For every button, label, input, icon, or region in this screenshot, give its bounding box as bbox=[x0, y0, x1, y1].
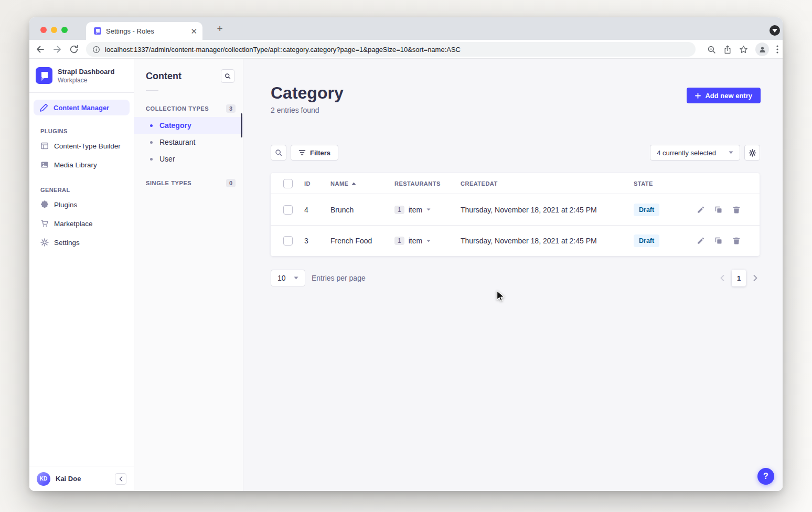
browser-profile-avatar[interactable] bbox=[755, 42, 769, 56]
close-window-button[interactable] bbox=[40, 27, 47, 33]
gear-icon bbox=[749, 149, 756, 157]
site-info-icon[interactable] bbox=[92, 46, 100, 54]
sidebar-item-settings[interactable]: Settings bbox=[29, 233, 134, 252]
layout-icon bbox=[40, 142, 49, 150]
forward-button[interactable] bbox=[52, 44, 62, 55]
reload-button[interactable] bbox=[69, 44, 79, 55]
column-header-name[interactable]: NAME bbox=[330, 180, 394, 187]
workspace-name: Workplace bbox=[58, 77, 114, 84]
sidebar-section-general: GENERAL bbox=[40, 187, 134, 193]
caret-down-icon bbox=[294, 276, 298, 280]
caret-down-icon bbox=[729, 151, 733, 154]
relation-count-badge: 1 bbox=[394, 237, 404, 245]
strapi-favicon-icon bbox=[93, 27, 102, 35]
subnav-title: Content bbox=[146, 71, 181, 82]
column-header-state[interactable]: STATE bbox=[634, 180, 697, 187]
new-tab-button[interactable]: + bbox=[214, 23, 226, 35]
cell-createdat: Thursday, November 18, 2021 at 2:45 PM bbox=[461, 206, 634, 214]
close-tab-icon[interactable]: ✕ bbox=[190, 27, 197, 35]
extension-indicator-icon[interactable] bbox=[770, 25, 780, 36]
add-new-entry-label: Add new entry bbox=[705, 92, 752, 100]
duplicate-icon[interactable] bbox=[714, 237, 723, 245]
table-header-row: ID NAME RESTAURANTS CREATEDAT STATE bbox=[271, 173, 760, 194]
help-button[interactable]: ? bbox=[757, 468, 774, 485]
row-checkbox[interactable] bbox=[283, 205, 293, 215]
subnav-scrollbar[interactable] bbox=[241, 113, 242, 137]
workspace-switcher[interactable]: Strapi Dashboard Workplace bbox=[29, 59, 134, 92]
strapi-logo-icon bbox=[36, 67, 52, 84]
subnav-item-user[interactable]: User bbox=[134, 151, 243, 167]
browser-window: Settings - Roles ✕ + localhost:1337/admi… bbox=[29, 17, 783, 491]
sidebar-item-media-library[interactable]: Media Library bbox=[29, 155, 134, 174]
collapse-sidebar-button[interactable] bbox=[115, 473, 126, 485]
next-page-icon[interactable] bbox=[753, 275, 757, 281]
column-header-createdat[interactable]: CREATEDAT bbox=[461, 180, 634, 187]
url-text: localhost:1337/admin/content-manager/col… bbox=[105, 46, 461, 54]
fields-selected-value: 4 currently selected bbox=[657, 149, 716, 157]
sidebar-item-plugins[interactable]: Plugins bbox=[29, 195, 134, 214]
user-profile-row[interactable]: KD Kai Doe bbox=[29, 466, 134, 491]
question-mark-icon: ? bbox=[763, 472, 768, 481]
minimize-window-button[interactable] bbox=[51, 27, 57, 33]
collection-types-label: COLLECTION TYPES bbox=[146, 105, 209, 112]
sidebar-item-marketplace[interactable]: Marketplace bbox=[29, 214, 134, 233]
subnav-item-label: Restaurant bbox=[159, 138, 195, 146]
filter-icon bbox=[298, 150, 306, 156]
column-header-id[interactable]: ID bbox=[304, 180, 330, 187]
search-entries-button[interactable] bbox=[271, 145, 286, 161]
relation-count-badge: 1 bbox=[394, 206, 404, 214]
cart-icon bbox=[40, 219, 49, 228]
view-settings-button[interactable] bbox=[744, 145, 760, 161]
single-types-count: 0 bbox=[226, 179, 236, 187]
row-checkbox[interactable] bbox=[283, 236, 293, 246]
bullet-icon bbox=[150, 141, 153, 144]
cell-restaurants[interactable]: 1 item bbox=[394, 237, 461, 245]
caret-down-icon bbox=[426, 240, 431, 242]
user-avatar: KD bbox=[37, 472, 50, 486]
delete-icon[interactable] bbox=[732, 206, 741, 214]
filters-button[interactable]: Filters bbox=[291, 145, 338, 161]
table-row[interactable]: 3 French Food 1 item Thursday, November … bbox=[271, 225, 760, 256]
subnav-item-restaurant[interactable]: Restaurant bbox=[134, 134, 243, 151]
fullscreen-window-button[interactable] bbox=[61, 27, 68, 33]
page-number-button[interactable]: 1 bbox=[732, 270, 746, 286]
sidebar-item-label: Content Manager bbox=[54, 104, 109, 112]
browser-menu-icon[interactable] bbox=[776, 45, 778, 54]
sidebar-item-label: Media Library bbox=[54, 161, 97, 169]
zoom-page-icon[interactable] bbox=[707, 45, 716, 54]
share-icon[interactable] bbox=[723, 45, 732, 54]
subnav-item-category[interactable]: Category bbox=[134, 117, 243, 134]
back-button[interactable] bbox=[35, 44, 46, 55]
delete-icon[interactable] bbox=[732, 237, 741, 245]
traffic-lights bbox=[40, 27, 68, 33]
sidebar-item-content-manager[interactable]: Content Manager bbox=[34, 100, 130, 115]
page-size-dropdown[interactable]: 10 bbox=[271, 270, 305, 286]
edit-icon[interactable] bbox=[697, 206, 705, 214]
browser-tab[interactable]: Settings - Roles ✕ bbox=[86, 22, 202, 40]
pen-icon bbox=[40, 103, 48, 112]
add-new-entry-button[interactable]: Add new entry bbox=[687, 88, 761, 103]
table-row[interactable]: 4 Brunch 1 item Thursday, November 18, 2… bbox=[271, 194, 760, 225]
cell-id: 3 bbox=[304, 237, 330, 245]
sidebar-item-content-type-builder[interactable]: Content-Type Builder bbox=[29, 136, 134, 155]
browser-toolbar: localhost:1337/admin/content-manager/col… bbox=[29, 40, 783, 59]
sidebar-divider bbox=[29, 92, 134, 93]
edit-icon[interactable] bbox=[697, 237, 705, 245]
search-icon bbox=[275, 149, 282, 156]
previous-page-icon[interactable] bbox=[720, 275, 724, 281]
cell-id: 4 bbox=[304, 206, 330, 214]
search-content-button[interactable] bbox=[221, 69, 234, 83]
browser-tab-strip: Settings - Roles ✕ + bbox=[29, 17, 783, 40]
column-header-restaurants[interactable]: RESTAURANTS bbox=[394, 180, 461, 187]
cell-restaurants[interactable]: 1 item bbox=[394, 206, 461, 214]
plus-icon bbox=[695, 93, 701, 99]
sidebar-item-label: Plugins bbox=[54, 201, 77, 209]
fields-selected-dropdown[interactable]: 4 currently selected bbox=[650, 145, 740, 161]
column-header-label: NAME bbox=[330, 180, 348, 187]
sort-ascending-icon bbox=[351, 182, 356, 185]
duplicate-icon[interactable] bbox=[714, 206, 723, 214]
select-all-checkbox[interactable] bbox=[283, 179, 293, 188]
bookmark-star-icon[interactable] bbox=[739, 45, 748, 54]
address-bar[interactable]: localhost:1337/admin/content-manager/col… bbox=[86, 42, 696, 57]
mouse-cursor bbox=[496, 290, 505, 302]
